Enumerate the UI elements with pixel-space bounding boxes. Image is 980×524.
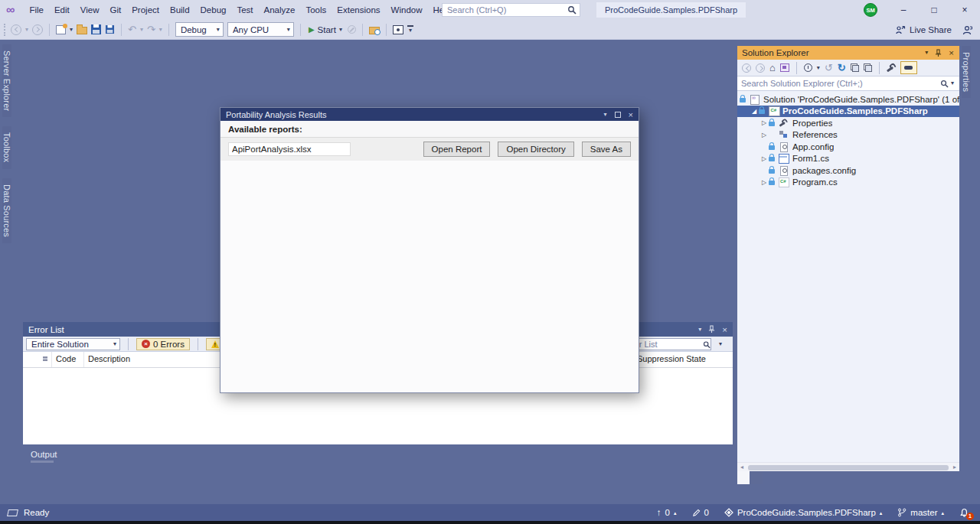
scroll-left-icon[interactable]: ◂ <box>737 463 746 472</box>
menu-item[interactable]: Project <box>126 0 165 20</box>
account-avatar[interactable]: SM <box>864 3 877 17</box>
menu-item[interactable]: Window <box>386 0 428 20</box>
column-header[interactable]: Suppression State <box>633 352 733 367</box>
panel-tab[interactable] <box>750 471 763 484</box>
solution-explorer-search-input[interactable] <box>741 79 940 88</box>
start-debugging-button[interactable]: ▶ Start ▾ <box>307 25 344 34</box>
save-button[interactable] <box>91 24 101 34</box>
solution-explorer-titlebar[interactable]: Solution Explorer ▾ × <box>737 46 959 60</box>
close-icon[interactable]: × <box>722 325 727 334</box>
report-name-field[interactable] <box>228 142 351 156</box>
side-tab[interactable]: Server Explorer <box>2 44 11 117</box>
quick-search-input[interactable] <box>443 5 567 15</box>
navigate-forward-button[interactable] <box>32 24 43 35</box>
scroll-right-icon[interactable]: ▸ <box>950 463 959 472</box>
side-tab[interactable]: Properties <box>962 46 971 98</box>
window-position-icon[interactable]: ▾ <box>925 50 928 56</box>
solution-platforms-select[interactable]: Any CPU ▾ <box>227 22 294 37</box>
forward-button[interactable] <box>756 63 765 73</box>
quick-search-box[interactable] <box>442 3 580 17</box>
menu-item[interactable]: Git <box>104 0 126 20</box>
dialog-action-button[interactable]: Save As <box>582 142 631 157</box>
undo-dropdown-icon[interactable]: ▾ <box>140 27 143 33</box>
scrollbar-thumb[interactable] <box>748 465 949 470</box>
start-dropdown-icon[interactable]: ▾ <box>339 27 342 33</box>
dialog-action-button[interactable]: Open Directory <box>498 142 573 157</box>
window-position-icon[interactable]: ▾ <box>604 112 607 118</box>
switch-views-button[interactable] <box>780 63 789 72</box>
maximize-icon[interactable] <box>615 112 621 118</box>
outgoing-commits-button[interactable]: ↑ 0 ▴ <box>657 508 677 517</box>
save-all-button[interactable] <box>106 25 114 34</box>
toolbar-grip[interactable] <box>4 24 7 36</box>
feedback-icon[interactable] <box>962 25 972 35</box>
menu-item[interactable]: Test <box>231 0 258 20</box>
menu-item[interactable]: File <box>24 0 49 20</box>
tree-item[interactable]: ▷ Properties <box>737 117 959 129</box>
side-tab[interactable]: Toolbox <box>2 126 11 168</box>
background-tasks-icon[interactable] <box>7 509 18 516</box>
solution-explorer-search-box[interactable]: ▾ <box>737 76 959 91</box>
refresh-button[interactable]: ↻ <box>838 63 846 73</box>
restore-button[interactable]: □ <box>919 0 949 20</box>
navigate-back-button[interactable] <box>11 24 21 35</box>
menu-item[interactable]: Build <box>165 0 195 20</box>
dialog-action-button[interactable]: Open Report <box>423 142 491 157</box>
expander-icon[interactable]: ▷ <box>760 132 769 138</box>
notifications-button[interactable]: 1 <box>959 508 969 518</box>
horizontal-scrollbar[interactable]: ◂ ▸ <box>737 462 959 471</box>
errors-filter-toggle[interactable]: × 0 Errors <box>136 338 190 350</box>
pin-icon[interactable] <box>935 49 942 57</box>
new-project-dropdown-icon[interactable]: ▾ <box>70 27 73 33</box>
expander-icon[interactable]: ▷ <box>760 179 769 186</box>
filter-dropdown-icon[interactable]: ▾ <box>817 65 820 71</box>
navigate-back-dropdown-icon[interactable]: ▾ <box>25 27 28 33</box>
tree-item[interactable]: ◢ ProCodeGuide.Samples.PDFSharp <box>737 106 959 118</box>
expander-icon[interactable]: ▷ <box>760 119 769 126</box>
sync-with-active-document-button[interactable]: ↺ <box>825 63 833 73</box>
live-share-button[interactable]: Live Share <box>895 25 952 34</box>
pending-edits-button[interactable]: 0 <box>692 508 709 517</box>
repository-button[interactable]: ProCodeGuide.Samples.PDFSharp ▴ <box>724 508 882 517</box>
menu-item[interactable]: Debug <box>195 0 232 20</box>
tree-item[interactable]: ▷ Program.cs <box>737 177 959 189</box>
open-file-button[interactable] <box>77 27 87 34</box>
redo-dropdown-icon[interactable]: ▾ <box>159 27 162 33</box>
pending-changes-filter-button[interactable] <box>804 63 812 72</box>
close-icon[interactable]: × <box>629 110 633 119</box>
menu-item[interactable]: Edit <box>49 0 75 20</box>
branch-button[interactable]: master ▴ <box>897 508 944 517</box>
attach-to-process-button[interactable] <box>348 25 356 34</box>
back-button[interactable] <box>742 63 751 73</box>
menu-item[interactable]: Extensions <box>332 0 385 20</box>
menu-item[interactable]: Analyze <box>259 0 301 20</box>
scope-filter-select[interactable]: Entire Solution ▾ <box>26 338 120 350</box>
close-button[interactable]: × <box>949 0 980 20</box>
collapse-all-button[interactable] <box>851 63 859 72</box>
tree-item[interactable]: App.config <box>737 141 959 153</box>
search-options-icon[interactable]: ▾ <box>951 80 954 86</box>
expander-icon[interactable]: ◢ <box>750 108 759 115</box>
redo-button[interactable]: ↷ <box>147 24 155 34</box>
show-all-files-button[interactable] <box>864 63 872 72</box>
toolbar-overflow-button[interactable]: ▾ <box>407 25 413 34</box>
panel-tab[interactable] <box>737 471 750 484</box>
tree-item[interactable]: Solution 'ProCodeGuide.Samples.PDFSharp'… <box>737 93 959 106</box>
severity-sort-column[interactable] <box>23 352 52 367</box>
close-icon[interactable]: × <box>949 48 954 57</box>
preview-selected-items-toggle[interactable] <box>900 61 917 74</box>
screenshot-tool-button[interactable] <box>393 25 403 34</box>
solution-configurations-select[interactable]: Debug ▾ <box>175 22 224 37</box>
undo-button[interactable]: ↶ <box>128 24 136 34</box>
tree-item[interactable]: ▷ Form1.cs <box>737 153 959 165</box>
tab-output[interactable]: Output <box>23 448 65 464</box>
new-project-button[interactable] <box>56 25 66 34</box>
window-position-icon[interactable]: ▾ <box>698 327 701 333</box>
tree-item[interactable]: packages.config <box>737 164 959 177</box>
tree-item[interactable]: ▷ References <box>737 129 959 142</box>
find-in-files-button[interactable] <box>369 27 380 34</box>
menu-item[interactable]: View <box>75 0 105 20</box>
column-header[interactable]: Code <box>52 352 84 367</box>
dialog-titlebar[interactable]: Portability Analysis Results ▾ × <box>220 108 639 121</box>
search-options-icon[interactable]: ▾ <box>719 341 722 347</box>
